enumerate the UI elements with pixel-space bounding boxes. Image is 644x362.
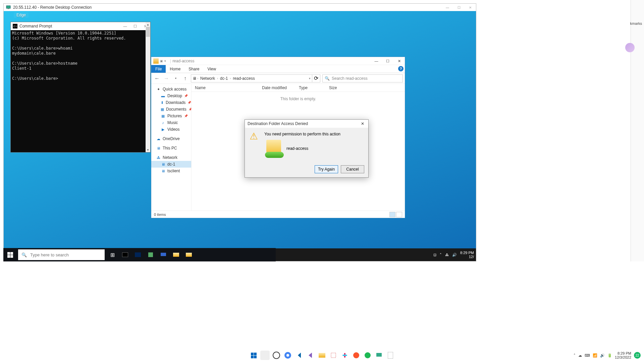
nav-dc1[interactable]: 🖥dc-1	[151, 161, 191, 168]
vscode-icon[interactable]	[294, 351, 304, 360]
nav-documents[interactable]: ▦Documents📌	[151, 106, 191, 113]
explorer-icon[interactable]	[317, 351, 327, 360]
remote-desktop[interactable]: Edge C:\ Command Prompt — ☐ ✕ Microsoft …	[4, 11, 476, 261]
nav-this-pc[interactable]: 🖥This PC	[151, 145, 191, 152]
icons-view-button[interactable]	[396, 212, 402, 217]
language-tray-icon[interactable]: ⌨	[585, 353, 590, 358]
nav-desktop[interactable]: ▬Desktop📌	[151, 93, 191, 99]
start-button[interactable]	[249, 351, 258, 360]
ribbon-share-tab[interactable]: Share	[184, 65, 203, 73]
qat-save-icon[interactable]: ▣	[160, 59, 163, 63]
host-system-tray[interactable]: ˄ ☁ ⌨ 📶 🔊 🔋 8:29 PM12/3/2022 22	[574, 351, 641, 359]
rdc-minimize-button[interactable]: —	[442, 4, 453, 11]
snipping-icon[interactable]	[329, 351, 338, 360]
explorer-titlebar[interactable]: ▣ ▾ | read-access — ☐ ✕	[151, 57, 405, 65]
chrome-icon[interactable]	[283, 351, 292, 360]
nav-pictures[interactable]: ▦Pictures📌	[151, 113, 191, 119]
terminal-taskbar-icon[interactable]	[119, 248, 131, 261]
rdc-taskbar-icon[interactable]	[374, 351, 384, 360]
details-view-button[interactable]	[389, 212, 395, 217]
explorer-maximize-button[interactable]: ☐	[382, 57, 393, 65]
meet-now-icon[interactable]: ⊡	[433, 253, 436, 257]
powershell-taskbar-icon[interactable]	[131, 248, 144, 261]
start-button[interactable]	[3, 248, 17, 261]
col-size[interactable]: Size	[326, 85, 346, 90]
scroll-down-icon[interactable]: ▼	[146, 147, 150, 152]
recent-dropdown[interactable]: ▾	[172, 75, 179, 82]
refresh-button[interactable]: ⟳	[312, 74, 320, 82]
scroll-up-icon[interactable]: ▲	[146, 22, 150, 27]
cmd-titlebar[interactable]: C:\ Command Prompt — ☐ ✕	[11, 22, 150, 30]
hyperv-icon[interactable]	[157, 248, 170, 261]
wifi-tray-icon[interactable]: 📶	[593, 353, 597, 358]
qat-dropdown-icon[interactable]: ▾	[164, 59, 166, 63]
command-prompt-window: C:\ Command Prompt — ☐ ✕ Microsoft Windo…	[10, 22, 151, 153]
computer-icon: 🖥	[161, 169, 165, 173]
rdc-titlebar[interactable]: 20.55.112.40 - Remote Desktop Connection…	[4, 4, 476, 11]
onedrive-tray-icon[interactable]: ☁	[578, 353, 582, 358]
scroll-thumb[interactable]	[146, 27, 150, 37]
edge-shortcut-label[interactable]: Edge	[14, 12, 29, 18]
remote-clock[interactable]: 8:29 PM12/	[460, 251, 474, 259]
rdc-close-button[interactable]: ✕	[465, 4, 476, 11]
brave-icon[interactable]	[352, 351, 361, 360]
address-path[interactable]: 🖥 › Network › dc-1 › read-access ▾	[191, 74, 312, 82]
notepad-icon[interactable]	[386, 351, 395, 360]
videos-icon: ▶	[161, 127, 165, 132]
dell-icon[interactable]	[272, 351, 281, 360]
visualstudio-icon[interactable]	[306, 351, 315, 360]
nav-onedrive[interactable]: ☁OneDrive	[151, 135, 191, 142]
notifications-badge[interactable]: 22	[634, 352, 641, 359]
folder-taskbar-icon-2[interactable]	[182, 248, 195, 261]
network-tray-icon[interactable]: 🖧	[445, 253, 449, 257]
cmd-output[interactable]: Microsoft Windows [Version 10.0.19044.22…	[11, 30, 150, 152]
taskbar-search[interactable]: 🔍 Type here to search	[18, 249, 105, 260]
profile-avatar[interactable]	[625, 43, 635, 52]
remote-system-tray[interactable]: ⊡ ˄ 🖧 🔊 8:29 PM12/	[433, 251, 474, 259]
host-clock[interactable]: 8:29 PM12/3/2022	[615, 351, 631, 359]
explorer-minimize-button[interactable]: —	[371, 57, 382, 65]
tray-chevron-icon[interactable]: ˄	[574, 353, 576, 358]
task-view-icon[interactable]: ⊞	[106, 248, 119, 261]
cmd-minimize-button[interactable]: —	[120, 22, 130, 30]
col-name[interactable]: Name	[192, 85, 259, 90]
rdc-maximize-button[interactable]: ☐	[453, 4, 465, 11]
taskbar-app-icon[interactable]	[260, 351, 270, 360]
cmd-scrollbar[interactable]: ▲ ▼	[146, 22, 150, 152]
tray-chevron-icon[interactable]: ˄	[440, 253, 442, 257]
try-again-button[interactable]: Try Again	[315, 165, 338, 173]
host-taskbar[interactable]: ˄ ☁ ⌨ 📶 🔊 🔋 8:29 PM12/3/2022 22	[0, 349, 644, 362]
dialog-close-button[interactable]: ✕	[357, 120, 368, 128]
nav-quick-access[interactable]: ✦Quick access	[151, 86, 191, 93]
dialog-titlebar[interactable]: Destination Folder Access Denied ✕	[245, 120, 368, 128]
battery-tray-icon[interactable]: 🔋	[607, 353, 612, 358]
nav-tsclient[interactable]: 🖥tsclient	[151, 168, 191, 174]
path-dropdown-icon[interactable]: ▾	[309, 77, 311, 80]
explorer-nav-pane[interactable]: ✦Quick access ▬Desktop📌 ⬇Downloads📌 ▦Doc…	[151, 84, 192, 210]
cancel-button[interactable]: Cancel	[341, 165, 364, 173]
volume-tray-icon[interactable]: 🔊	[600, 353, 605, 358]
volume-tray-icon[interactable]: 🔊	[452, 253, 457, 257]
folder-taskbar-icon[interactable]	[170, 248, 182, 261]
col-date[interactable]: Date modified	[259, 85, 296, 90]
nav-music[interactable]: ♪Music	[151, 119, 191, 126]
cmd-maximize-button[interactable]: ☐	[130, 22, 140, 30]
column-headers[interactable]: Name Date modified Type Size	[192, 84, 405, 92]
spotify-icon[interactable]	[363, 351, 372, 360]
col-type[interactable]: Type	[296, 85, 326, 90]
server-manager-icon[interactable]	[144, 248, 157, 261]
nav-downloads[interactable]: ⬇Downloads📌	[151, 99, 191, 106]
ribbon-view-tab[interactable]: View	[203, 65, 220, 73]
nav-videos[interactable]: ▶Videos	[151, 126, 191, 133]
secondary-taskbar[interactable]: 🔍 Type here to search ⊞	[3, 248, 276, 261]
slack-icon[interactable]	[340, 351, 350, 360]
ribbon-file-tab[interactable]: File	[151, 65, 166, 73]
help-icon[interactable]: ?	[398, 66, 404, 71]
explorer-search[interactable]: 🔍 Search read-access	[322, 74, 403, 82]
forward-button[interactable]: →	[163, 75, 170, 82]
explorer-close-button[interactable]: ✕	[393, 57, 405, 65]
nav-network[interactable]: 🖧Network	[151, 154, 191, 161]
ribbon-home-tab[interactable]: Home	[166, 65, 184, 73]
back-button[interactable]: ←	[153, 75, 161, 82]
up-button[interactable]: ↑	[181, 75, 189, 82]
